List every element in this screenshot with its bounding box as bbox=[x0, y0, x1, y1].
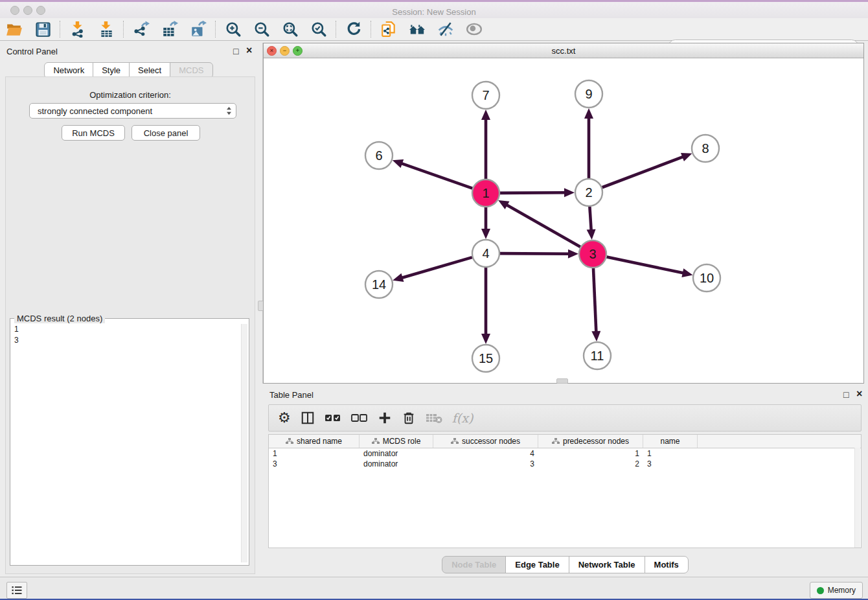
graph-node-label-6: 6 bbox=[375, 148, 382, 163]
toolbar-separator bbox=[371, 21, 372, 38]
table-panel-title: Table Panel bbox=[269, 390, 314, 400]
graph-edge-4-14[interactable] bbox=[402, 257, 472, 278]
control-panel: Control Panel □ × NetworkStyleSelectMCDS… bbox=[0, 43, 258, 574]
memory-button[interactable]: Memory bbox=[810, 582, 863, 599]
mcds-result-group: MCDS result (2 nodes) 1 3 bbox=[10, 318, 249, 566]
table-row[interactable]: 1dominator411 bbox=[269, 448, 861, 459]
table-row[interactable]: 3dominator323 bbox=[269, 459, 861, 469]
table-scrollbar[interactable] bbox=[854, 448, 860, 548]
close-table-panel-icon[interactable]: × bbox=[856, 388, 862, 400]
import-network-icon[interactable] bbox=[69, 21, 86, 38]
table-cell[interactable]: dominator bbox=[360, 459, 433, 469]
table-cell[interactable]: 1 bbox=[538, 448, 643, 459]
zoom-in-icon[interactable] bbox=[225, 21, 242, 38]
table-cell[interactable]: 1 bbox=[269, 448, 360, 459]
graph-node-label-3: 3 bbox=[589, 247, 596, 261]
table-panel: Table Panel □ × ⚙ f(x) shared nameMCDS r… bbox=[263, 387, 868, 575]
node-table: shared nameMCDS rolesuccessor nodesprede… bbox=[268, 434, 862, 548]
float-panel-icon[interactable]: □ bbox=[233, 46, 238, 56]
tab-network-table[interactable]: Network Table bbox=[569, 556, 645, 573]
add-column-icon[interactable] bbox=[378, 411, 392, 425]
column-header-predecessor-nodes[interactable]: predecessor nodes bbox=[538, 435, 643, 448]
table-cell[interactable]: 1 bbox=[643, 448, 698, 459]
open-session-icon[interactable] bbox=[6, 21, 23, 38]
optimization-criterion-value: strongly connected component bbox=[38, 106, 152, 116]
column-header-successor-nodes[interactable]: successor nodes bbox=[433, 435, 538, 448]
delete-column-trash-icon[interactable] bbox=[402, 411, 416, 425]
window-titlebar: Session: New Session bbox=[0, 2, 868, 18]
select-stepper-icon bbox=[226, 106, 232, 115]
table-cell[interactable]: 3 bbox=[269, 459, 360, 469]
hide-view-icon[interactable] bbox=[437, 21, 454, 38]
deselect-all-checkboxes-icon[interactable] bbox=[351, 413, 368, 422]
graph-node-label-8: 8 bbox=[702, 141, 709, 156]
table-cell[interactable]: 2 bbox=[538, 459, 643, 469]
graph-edge-3-10[interactable] bbox=[607, 257, 684, 273]
network-view-window: × − + scc.txt 7968124314101511 bbox=[263, 43, 864, 384]
table-panel-tabs: Node TableEdge TableNetwork TableMotifs bbox=[263, 556, 868, 573]
task-history-button[interactable] bbox=[6, 582, 27, 599]
close-panel-button[interactable]: Close panel bbox=[131, 125, 200, 141]
graph-edges[interactable] bbox=[401, 117, 684, 335]
tab-node-table[interactable]: Node Table bbox=[442, 556, 506, 573]
select-all-checkboxes-icon[interactable] bbox=[325, 413, 341, 422]
save-session-icon[interactable] bbox=[34, 21, 51, 38]
table-cell[interactable]: dominator bbox=[360, 448, 433, 459]
graph-edge-2-3[interactable] bbox=[589, 207, 591, 231]
close-panel-icon[interactable]: × bbox=[246, 45, 252, 56]
table-toolbar: ⚙ f(x) bbox=[268, 404, 862, 432]
optimization-criterion-select[interactable]: strongly connected component bbox=[29, 103, 236, 119]
show-view-icon[interactable] bbox=[466, 21, 483, 38]
network-canvas[interactable]: 7968124314101511 bbox=[264, 58, 862, 382]
mcds-result-text[interactable]: 1 3 bbox=[12, 324, 242, 562]
float-table-panel-icon[interactable]: □ bbox=[843, 389, 849, 400]
status-bar: Memory bbox=[0, 577, 868, 599]
run-mcds-button[interactable]: Run MCDS bbox=[62, 125, 125, 141]
zoom-out-icon[interactable] bbox=[253, 21, 270, 38]
table-header-row: shared nameMCDS rolesuccessor nodesprede… bbox=[269, 435, 861, 448]
show-all-views-icon[interactable] bbox=[409, 21, 426, 38]
split-table-icon[interactable] bbox=[301, 411, 315, 425]
optimization-criterion-label: Optimization criterion: bbox=[6, 90, 255, 100]
function-builder-icon[interactable]: f(x) bbox=[452, 411, 474, 425]
mcds-result-title: MCDS result (2 nodes) bbox=[14, 314, 105, 323]
graph-edge-4-3[interactable] bbox=[500, 253, 569, 254]
graph-node-label-9: 9 bbox=[585, 87, 592, 101]
zoom-fit-icon[interactable] bbox=[282, 21, 299, 38]
graph-edge-1-2[interactable] bbox=[500, 192, 565, 193]
export-table-icon[interactable] bbox=[161, 21, 178, 38]
column-header-name[interactable]: name bbox=[643, 435, 698, 448]
window-title: Session: New Session bbox=[0, 7, 868, 17]
table-cell[interactable]: 4 bbox=[433, 448, 538, 459]
column-header-shared-name[interactable]: shared name bbox=[269, 435, 360, 448]
export-image-icon[interactable] bbox=[190, 21, 207, 38]
annotations-icon[interactable] bbox=[380, 21, 397, 38]
graph-node-label-10: 10 bbox=[700, 271, 714, 285]
split-divider-handle[interactable] bbox=[556, 378, 568, 384]
column-header-mcds-role[interactable]: MCDS role bbox=[360, 435, 433, 448]
graph-node-label-11: 11 bbox=[591, 349, 604, 363]
graph-edge-2-8[interactable] bbox=[602, 157, 684, 188]
result-scrollbar[interactable] bbox=[241, 324, 247, 562]
table-cell[interactable]: 3 bbox=[433, 459, 538, 469]
column-sort-icon bbox=[286, 438, 293, 444]
memory-label: Memory bbox=[828, 586, 856, 595]
tab-edge-table[interactable]: Edge Table bbox=[505, 556, 569, 573]
export-network-icon[interactable] bbox=[133, 21, 150, 38]
graph-edge-3-11[interactable] bbox=[593, 268, 596, 332]
toolbar-separator bbox=[123, 21, 124, 38]
tab-motifs[interactable]: Motifs bbox=[645, 556, 689, 573]
import-table-icon[interactable] bbox=[98, 21, 115, 38]
main-toolbar bbox=[0, 18, 868, 41]
network-window-titlebar: × − + scc.txt bbox=[264, 43, 863, 58]
column-settings-gear-icon[interactable]: ⚙ bbox=[278, 410, 291, 426]
refresh-icon[interactable] bbox=[345, 21, 362, 38]
delete-table-icon[interactable] bbox=[426, 412, 442, 424]
column-sort-icon bbox=[451, 438, 459, 444]
graph-node-label-4: 4 bbox=[482, 246, 489, 260]
graph-edge-3-1[interactable] bbox=[506, 205, 580, 247]
table-cell[interactable]: 3 bbox=[643, 459, 698, 469]
zoom-selected-icon[interactable] bbox=[310, 21, 327, 38]
toolbar-separator bbox=[215, 21, 216, 38]
graph-edge-1-6[interactable] bbox=[401, 163, 472, 189]
